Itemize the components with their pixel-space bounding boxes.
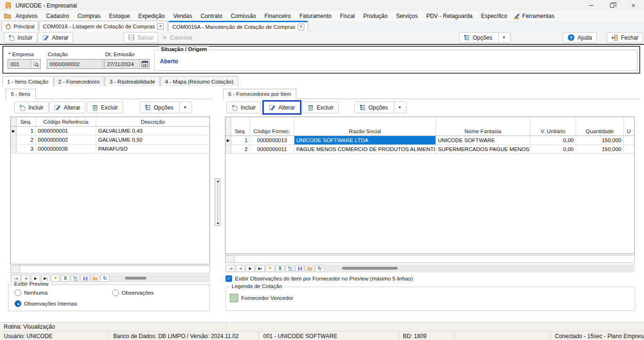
cell-descricao[interactable]: GALVALUME 0,43 <box>96 127 209 135</box>
filter-funnel-button[interactable]: ▼ <box>51 275 60 282</box>
tab-rastreabilidade[interactable]: 3 - Rastreabilidade <box>105 76 160 86</box>
export-excel-button[interactable]: X <box>61 275 70 282</box>
cell-seq[interactable]: 1 <box>231 136 250 144</box>
menu-compras[interactable]: Compras <box>73 11 105 21</box>
itens-col-descricao[interactable]: Descrição <box>96 117 209 126</box>
refresh-button[interactable]: ↻ <box>100 275 109 282</box>
fornecedores-col-codigo[interactable]: Código Fornec. <box>250 117 294 136</box>
hscroll-thumb[interactable] <box>125 277 146 280</box>
tab-com0016-close-icon[interactable]: × <box>157 23 164 30</box>
fornecedores-alterar-button[interactable]: Alterar <box>264 102 300 113</box>
cell-quantidade[interactable]: 150,000 <box>576 145 624 153</box>
cell-seq[interactable]: 3 <box>17 144 36 153</box>
itens-row-2[interactable]: 2 0000000002 GALVALUME 0,50 <box>11 136 209 144</box>
menu-ferramentas[interactable]: Ferramentas <box>521 11 559 21</box>
menu-expedicao[interactable]: Expedição <box>134 11 169 21</box>
save-layout-button[interactable] <box>81 275 90 282</box>
incluir-button[interactable]: Incluir <box>4 32 37 43</box>
itens-col-codigo[interactable]: Código Referência <box>36 117 96 126</box>
layout-tree-button[interactable] <box>71 275 80 282</box>
fornecedores-row-1[interactable]: ▶ 1 0000000013 UNICODE SOFTWARE LTDA UNI… <box>226 136 634 145</box>
menu-financeiro[interactable]: Financeiro <box>260 11 295 21</box>
fornecedores-col-razao[interactable]: Razão Social <box>294 117 436 136</box>
tab-com0016[interactable]: COM0016 - Listagem de Cotação de Compras… <box>39 21 167 31</box>
fornecedores-col-fantasia[interactable]: Nome Fantasia <box>436 117 530 136</box>
emissao-field[interactable]: 27/11/2024 15 <box>104 59 150 69</box>
menu-pdv-retaguarda[interactable]: PDV - Retaguarda <box>422 11 477 21</box>
alterar-button[interactable]: Alterar <box>38 32 73 43</box>
cell-codigo[interactable]: 0000000001 <box>36 127 96 135</box>
cell-codigo[interactable]: 0000000002 <box>36 136 96 144</box>
fornecedores-excluir-button[interactable]: Excluir <box>302 102 339 113</box>
fornecedores-incluir-button[interactable]: Incluir <box>226 102 261 113</box>
cell-descricao[interactable]: GALVALUME 0,50 <box>96 136 209 144</box>
cell-razao[interactable]: PAGUE MENOS COMERCIO DE PRODUTOS ALIMENT… <box>294 145 436 153</box>
layout-tree-button[interactable] <box>285 265 294 272</box>
nav-first-button[interactable]: |◀ <box>226 265 235 272</box>
panel-splitter[interactable]: ◀ ◀ <box>215 178 220 226</box>
cell-razao-selected[interactable]: UNICODE SOFTWARE LTDA <box>294 136 436 144</box>
itens-opcoes-button[interactable]: Opções ▼ <box>140 102 192 113</box>
cell-seq[interactable]: 2 <box>231 145 250 153</box>
menu-arquivos[interactable]: Arquivos <box>11 11 42 21</box>
cotacao-field[interactable]: 0000000002 <box>47 59 103 69</box>
open-layout-button[interactable] <box>91 275 100 282</box>
fornecedores-col-quantidade[interactable]: Quantidade <box>576 117 624 136</box>
menu-vendas[interactable]: Vendas <box>169 11 196 21</box>
itens-row-1[interactable]: ▶ 1 0000000001 GALVALUME 0,43 <box>11 127 209 136</box>
itens-incluir-button[interactable]: Incluir <box>14 102 49 113</box>
cell-descricao[interactable]: PARAFUSO <box>96 144 209 153</box>
nav-next-button[interactable]: ▶ <box>246 265 255 272</box>
splitter-arrow-icon[interactable]: ◀ <box>217 221 219 224</box>
fornecedores-row-2[interactable]: 2 0000000011 PAGUE MENOS COMERCIO DE PRO… <box>226 145 634 154</box>
menu-faturamento[interactable]: Faturamento <box>295 11 336 21</box>
cell-fantasia[interactable]: SUPERMERCADOS PAGUE MENOS <box>436 145 530 153</box>
fornecedores-col-u[interactable]: U <box>624 117 634 136</box>
menu-especifico[interactable]: Específico <box>477 11 511 21</box>
tab-com0016a-close-icon[interactable]: × <box>298 24 304 30</box>
restore-button[interactable] <box>602 0 623 11</box>
opcoes-button[interactable]: Opções ▼ <box>459 32 510 43</box>
itens-excluir-button[interactable]: Excluir <box>87 102 123 113</box>
cell-seq[interactable]: 2 <box>17 136 36 144</box>
radio-observacoes[interactable]: Observações <box>112 289 154 296</box>
tab-com0016a[interactable]: COM0016A - Manutenção de Cotação de Comp… <box>168 21 308 31</box>
itens-opcoes-dropdown-icon[interactable]: ▼ <box>179 102 187 113</box>
minimize-button[interactable] <box>580 0 602 11</box>
fornecedores-col-vunitario[interactable]: V. Unitário <box>530 117 576 136</box>
salvar-button[interactable]: Salvar <box>124 32 158 43</box>
fechar-button[interactable]: Fechar <box>607 32 643 43</box>
itens-row-3[interactable]: 3 0000000035 PARAFUSO <box>11 144 209 153</box>
cell-u[interactable] <box>624 145 634 153</box>
cell-codigo[interactable]: 0000000013 <box>250 136 294 144</box>
cell-vunitario[interactable]: 0,00 <box>530 136 576 144</box>
export-excel-button[interactable]: X <box>276 265 284 272</box>
tab-itens-cotacao[interactable]: 1 - Itens Cotação <box>2 76 53 86</box>
empresa-lookup-button[interactable] <box>31 60 40 68</box>
menu-comissao[interactable]: Comissão <box>226 11 260 21</box>
splitter-arrow-icon[interactable]: ◀ <box>217 180 219 183</box>
tab-fornecedores[interactable]: 2 - Fornecedores <box>54 76 105 86</box>
subtab-itens[interactable]: 5 - Itens <box>6 89 36 99</box>
tab-principal[interactable]: Principal <box>1 21 38 31</box>
menu-contrato[interactable]: Contrato <box>196 11 226 21</box>
calendar-button[interactable]: 15 <box>140 60 149 68</box>
cell-codigo[interactable]: 0000000011 <box>250 145 294 153</box>
cell-codigo[interactable]: 0000000035 <box>36 144 96 153</box>
menu-estoque[interactable]: Estoque <box>105 11 134 21</box>
cell-vunitario[interactable]: 0,00 <box>530 145 576 153</box>
exibir-observacoes-checkbox[interactable]: ✓ Exibir Observações do Item por Fornece… <box>226 275 413 282</box>
opcoes-dropdown-icon[interactable]: ▼ <box>498 33 506 42</box>
empresa-field[interactable]: 001 <box>8 59 41 69</box>
radio-nenhuma[interactable]: Nenhuma <box>15 289 48 296</box>
filter-funnel-button[interactable]: ▼ <box>266 265 275 272</box>
close-button[interactable]: × <box>623 0 644 11</box>
fornecedores-opcoes-button[interactable]: Opções ▼ <box>354 102 407 113</box>
nav-last-button[interactable]: ▶| <box>256 265 265 272</box>
radio-observacoes-internas[interactable]: Observações Internas <box>15 300 77 307</box>
refresh-button[interactable]: ↻ <box>315 265 324 272</box>
itens-col-seq[interactable]: Seq. <box>17 117 36 126</box>
nav-prev-button[interactable]: ◀ <box>236 265 245 272</box>
hscroll-thumb[interactable] <box>342 267 398 270</box>
cell-fantasia[interactable]: UNICODE SOFTWARE <box>436 136 530 144</box>
